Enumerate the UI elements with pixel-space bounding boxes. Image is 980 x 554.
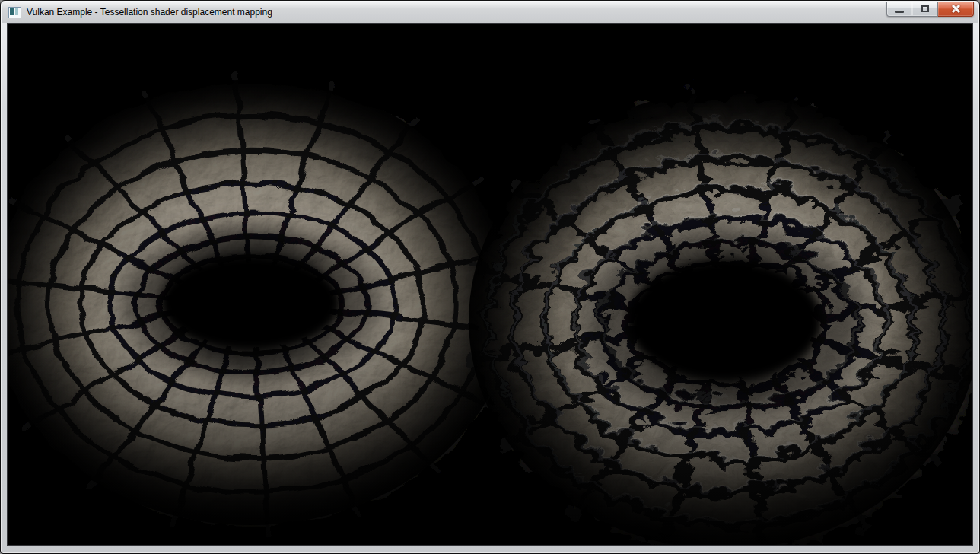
- maximize-icon: [921, 5, 929, 12]
- render-canvas: [8, 24, 972, 545]
- close-icon: [950, 4, 961, 14]
- maximize-button[interactable]: [912, 2, 938, 17]
- titlebar[interactable]: Vulkan Example - Tessellation shader dis…: [2, 2, 978, 23]
- close-button[interactable]: [938, 2, 974, 17]
- render-viewport[interactable]: [7, 23, 973, 546]
- minimize-button[interactable]: [886, 2, 912, 17]
- app-icon: [8, 7, 21, 18]
- minimize-icon: [895, 11, 904, 13]
- app-window: Vulkan Example - Tessellation shader dis…: [0, 0, 980, 554]
- window-title: Vulkan Example - Tessellation shader dis…: [27, 2, 272, 23]
- window-controls: [886, 2, 974, 17]
